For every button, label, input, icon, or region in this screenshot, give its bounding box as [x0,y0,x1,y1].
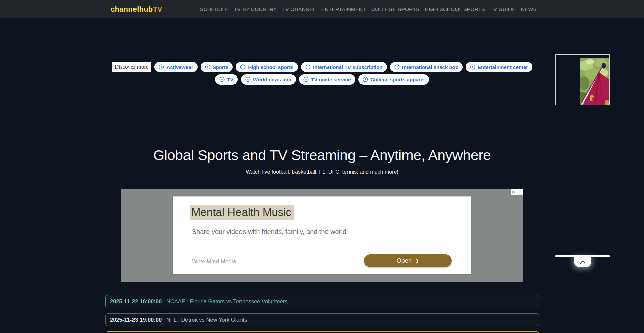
nav-item-high-school-sports[interactable]: HIGH SCHOOL SPORTS [422,4,488,15]
flag-video-frame [580,58,609,105]
circled-bolt-icon [470,64,475,70]
circled-bolt-icon [394,64,400,70]
event-details: : NFL : Detroit vs New York Giants [162,317,247,323]
discover-chips-section: Discover more Activewear Sports High sch… [0,62,644,87]
circled-bolt-icon [305,64,311,70]
chip-label: TV guide service [311,77,351,82]
chip-label: Entertainment center [478,64,528,70]
chip-row-1: Discover more Activewear Sports High sch… [0,62,644,72]
page-subtitle: Watch live football, basketball, F1, UFC… [0,169,644,175]
nav-item-tv-guide[interactable]: TV GUIDE [488,4,518,15]
chevron-up-icon [579,260,586,264]
nav-item-college-sports[interactable]: COLLEGE SPORTS [369,4,422,15]
chevron-right-icon: ❯ [415,258,419,263]
tv-placeholder-icon [105,7,108,12]
chip-label: TV [227,77,233,82]
event-time: 2025-11-23 19:00:00 [110,317,162,323]
floating-video-player [555,54,610,105]
main-nav: SCHEDULE TV BY COUNTRY TV CHANNEL ENTERT… [197,4,539,15]
divider [101,183,542,183]
collapse-toggle-button[interactable] [574,257,591,267]
chip-sports[interactable]: Sports [201,62,233,72]
event-row-partial[interactable] [105,331,539,333]
circled-bolt-icon [363,77,368,82]
circled-bolt-icon [245,77,251,82]
brand-logo[interactable]: channelhubTV [105,5,162,14]
chip-activewear[interactable]: Activewear [154,62,197,72]
ad-options-dots-icon[interactable]: ⋮ [517,189,523,195]
chip-college-sports-apparel[interactable]: College sports apparel [358,74,429,85]
nav-item-schedule[interactable]: SCHEDULE [197,4,231,15]
chip-label: Activewear [166,64,193,70]
ad-description: Share your videos with friends, family, … [192,228,346,236]
event-time: 2025-11-22 16:00:00 [110,298,162,305]
circled-bolt-icon [303,77,309,82]
chip-international-tv-subscription[interactable]: International TV subscription [301,62,387,72]
circled-bolt-icon [205,64,210,70]
event-row-nfl[interactable]: 2025-11-23 19:00:00 : NFL : Detroit vs N… [105,313,539,326]
circled-bolt-icon [219,77,225,82]
chip-world-news-app[interactable]: World news app [241,74,296,85]
event-row-ncaaf[interactable]: 2025-11-22 16:00:00 : NCAAF : Florida Ga… [105,295,539,308]
nav-item-news[interactable]: NEWS [518,4,539,15]
ad-banner: ▷ ⋮ Mental Health Music Share your video… [121,189,523,282]
ad-open-button[interactable]: Open ❯ [364,254,452,267]
chip-international-snack-box[interactable]: International snack box [390,62,463,72]
video-thumbnail[interactable] [580,58,609,105]
brand-name: channelhub [111,5,153,14]
ad-advertiser-name: Write Mind Media [192,258,236,265]
chip-label: High school sports [248,64,293,70]
ad-creative-card[interactable]: Mental Health Music Share your videos wi… [173,196,471,274]
nav-item-tv-by-country[interactable]: TV BY COUNTRY [231,4,280,15]
navbar-container: channelhubTV SCHEDULE TV BY COUNTRY TV C… [101,0,543,18]
chip-label: International snack box [402,64,459,70]
chip-entertainment-center[interactable]: Entertainment center [466,62,532,72]
chip-tv[interactable]: TV [215,74,238,85]
chip-label: Sports [213,64,229,70]
ad-title: Mental Health Music [190,206,294,219]
page-title: Global Sports and TV Streaming – Anytime… [0,147,644,163]
nav-item-entertainment[interactable]: ENTERTAINMENT [319,4,369,15]
top-navbar: channelhubTV SCHEDULE TV BY COUNTRY TV C… [0,0,644,18]
chip-row-2: TV World news app TV guide service Colle… [0,74,644,85]
circled-bolt-icon [159,64,164,70]
event-details: : NCAAF : Florida Gators vs Tennessee Vo… [162,298,288,305]
adchoices-icon[interactable]: ▷ [511,189,517,195]
brand-suffix: TV [153,5,162,14]
chip-label: World news app [253,77,291,82]
circled-bolt-icon [240,64,246,70]
chip-label: International TV subscription [313,64,383,70]
nav-item-tv-channel[interactable]: TV CHANNEL [280,4,319,15]
chip-label: College sports apparel [370,77,425,82]
ad-badges: ▷ ⋮ [511,189,523,195]
chip-tv-guide-service[interactable]: TV guide service [299,74,355,85]
chip-high-school-sports[interactable]: High school sports [236,62,298,72]
ad-open-label: Open [397,257,412,264]
discover-more-label: Discover more [112,62,152,72]
